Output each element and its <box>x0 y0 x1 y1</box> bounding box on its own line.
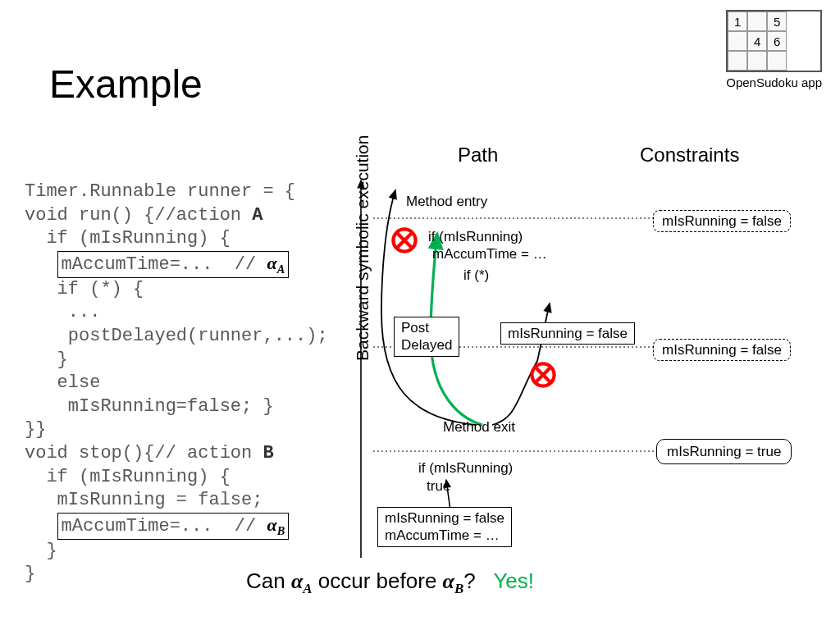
alpha-b-box: mAccumTime=... // αB <box>57 513 290 540</box>
box-bottom-state: mIsRunning = false mAccumTime = … <box>377 507 512 547</box>
label-if-star: if (*) <box>463 267 489 284</box>
sudoku-cell <box>747 11 767 31</box>
code-line: }} <box>25 419 46 440</box>
question-line: Can αA occur before αB? Yes! <box>246 568 534 597</box>
label-method-entry: Method entry <box>406 193 487 210</box>
label-true: true <box>427 477 450 495</box>
sudoku-cell <box>767 51 787 71</box>
box-post-delayed: Post Delayed <box>394 317 459 357</box>
sudoku-caption: OpenSudoku app <box>726 75 822 89</box>
label-if-running-lower: if (mIsRunning) <box>418 459 513 477</box>
code-block: Timer.Runnable runner = { void run() {//… <box>25 180 328 587</box>
code-line: ... <box>25 302 100 322</box>
code-line: Timer.Runnable runner = { <box>25 181 295 202</box>
constraint-box-bottom: mIsRunning = true <box>656 439 792 464</box>
sudoku-cell <box>728 31 747 51</box>
code-line: mIsRunning = false; <box>25 490 262 510</box>
code-line: void run() {//action A <box>25 205 262 226</box>
sudoku-cell: 5 <box>767 11 787 31</box>
code-line: } <box>25 349 68 370</box>
no-icon <box>529 361 557 389</box>
sudoku-cell <box>728 51 747 71</box>
sudoku-cell: 6 <box>767 31 787 51</box>
sudoku-icon: 1 5 4 6 <box>726 10 822 72</box>
code-line: } <box>25 541 57 561</box>
code-line: mIsRunning=false; } <box>25 396 274 417</box>
code-line: void stop(){// action B <box>25 443 274 463</box>
code-line: if (mIsRunning) { <box>25 228 231 249</box>
code-line: else <box>25 372 100 393</box>
column-header-constraints: Constraints <box>640 144 739 167</box>
no-icon <box>390 226 418 254</box>
slide-title: Example <box>49 62 203 107</box>
constraint-box-top: mIsRunning = false <box>653 210 791 232</box>
label-method-exit: Method exit <box>443 418 515 436</box>
alpha-a-box: mAccumTime=... // αA <box>57 251 290 278</box>
sudoku-widget: 1 5 4 6 OpenSudoku app <box>726 10 822 89</box>
box-running-false-path: mIsRunning = false <box>500 322 635 345</box>
label-maccum: mAccumTime = … <box>432 245 547 262</box>
sudoku-cell <box>747 51 767 71</box>
column-header-path: Path <box>458 144 498 167</box>
slide-root: Example 1 5 4 6 OpenSudoku app Path Cons… <box>0 0 840 630</box>
sudoku-cell: 1 <box>728 11 747 31</box>
code-line: if (mIsRunning) { <box>25 467 231 487</box>
answer-yes: Yes! <box>493 568 534 593</box>
label-if-running: if (mIsRunning) <box>428 228 523 245</box>
code-line: if (*) { <box>25 279 144 299</box>
code-line: } <box>25 564 35 584</box>
constraint-box-mid: mIsRunning = false <box>653 339 791 361</box>
sudoku-cell: 4 <box>747 31 767 51</box>
code-line: postDelayed(runner,...); <box>25 326 328 346</box>
